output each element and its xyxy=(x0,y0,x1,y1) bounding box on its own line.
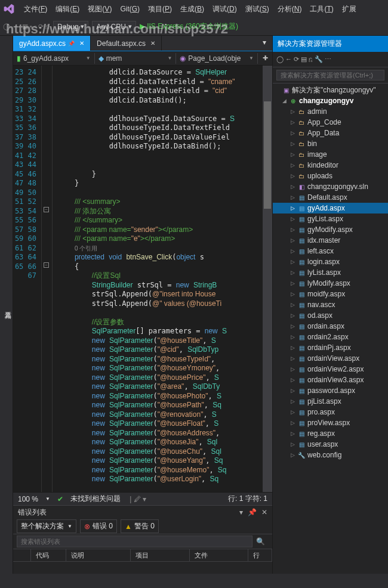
search-icon[interactable]: 🔍 xyxy=(252,537,269,546)
tree-row[interactable]: ◢⊕changzugongyv xyxy=(273,95,388,106)
explorer-toolbar[interactable]: ◯ ← ⟳ ▤ ⎌ 🔧 ⋯ xyxy=(273,52,388,67)
issues-text[interactable]: 未找到相关问题 xyxy=(70,494,121,504)
nav-bar: ▮6_gyAdd.aspx▼ ◆mem▼ ◉Page_Load(obje▼ ✚ xyxy=(13,51,272,66)
toolbar-icons[interactable]: ▦ ▪ ▫ ⟳ ⎌ xyxy=(22,23,50,30)
solution-tree[interactable]: ▣解决方案"changzugongyv"◢⊕changzugongyv▷🗀adm… xyxy=(273,83,388,574)
menu-item[interactable]: 调试(D) xyxy=(208,3,241,16)
zoom-level[interactable]: 100 % xyxy=(18,495,38,503)
error-list-panel: 错误列表 ▾📌✕ 整个解决方案▼ ⊗错误 0 ▲警告 0 🔍 代码说明项目文件行 xyxy=(13,505,272,574)
tree-row[interactable]: ▷▤lyList.aspx xyxy=(273,267,388,278)
config-combo[interactable]: Debug ▾ xyxy=(53,21,88,33)
run-button[interactable]: ▶ IIS Express (360安全浏览器) xyxy=(140,21,238,32)
tree-row[interactable]: ▷▤login.aspx xyxy=(273,256,388,267)
tree-row[interactable]: ▷▤gyList.aspx xyxy=(273,213,388,224)
tree-row[interactable]: ▷▤moidfy.aspx xyxy=(273,289,388,299)
menubar: 文件(F)编辑(E)视图(V)Git(G)项目(P)生成(B)调试(D)测试(S… xyxy=(20,2,361,16)
tree-row[interactable]: ▷🗀App_Code xyxy=(273,117,388,128)
nav-member-combo[interactable]: ◆mem▼ xyxy=(95,53,177,64)
toolbox-tab[interactable]: 工具箱 xyxy=(0,36,13,574)
menu-item[interactable]: 文件(F) xyxy=(20,3,51,16)
explorer-search-input[interactable] xyxy=(276,70,384,81)
solution-explorer: 解决方案资源管理器 ◯ ← ⟳ ▤ ⎌ 🔧 ⋯ ▣解决方案"changzugon… xyxy=(272,36,388,574)
document-tab[interactable]: gyAdd.aspx.cs📌✕ xyxy=(13,36,91,51)
menu-item[interactable]: 编辑(E) xyxy=(51,3,84,16)
cursor-position: 行: 1 字符: 1 xyxy=(228,494,267,504)
tree-row[interactable]: ▷▤user.aspx xyxy=(273,439,388,450)
tree-row[interactable]: ▷▤ordain2.aspx xyxy=(273,332,388,342)
tree-row[interactable]: ▷🔧web.config xyxy=(273,450,388,460)
tree-row[interactable]: ▷◧changzugongyv.sln xyxy=(273,181,388,192)
toolbar: ◯ ← ▦ ▪ ▫ ⟳ ⎌ Debug ▾ Any CPU ▾ ▶ IIS Ex… xyxy=(0,18,388,36)
scope-combo[interactable]: 整个解决方案▼ xyxy=(17,519,76,533)
fold-gutter[interactable]: −− xyxy=(42,66,53,492)
error-col-header[interactable]: 行 xyxy=(248,549,272,561)
tree-row[interactable]: ▷▤ordainPj.aspx xyxy=(273,342,388,353)
issues-ok-icon: ✔ xyxy=(57,495,63,503)
titlebar: 文件(F)编辑(E)视图(V)Git(G)项目(P)生成(B)调试(D)测试(S… xyxy=(0,0,388,18)
tree-row[interactable]: ▷🗀admin xyxy=(273,106,388,117)
tree-row[interactable]: ▷▤ordain.aspx xyxy=(273,321,388,332)
menu-item[interactable]: 工具(T) xyxy=(306,3,337,16)
tree-row[interactable]: ▷▤password.aspx xyxy=(273,385,388,396)
panel-pin-icon[interactable]: 📌 xyxy=(248,508,257,516)
tree-row[interactable]: ▷▤ordainView2.aspx xyxy=(273,364,388,375)
error-columns[interactable]: 代码说明项目文件行 xyxy=(13,549,272,562)
tree-row[interactable]: ▷▤gyModify.aspx xyxy=(273,224,388,235)
error-search-input[interactable] xyxy=(17,536,252,547)
tree-row[interactable]: ▷▤proView.aspx xyxy=(273,417,388,428)
tabs-overflow-icon[interactable]: ▾ xyxy=(259,36,270,51)
explorer-title: 解决方案资源管理器 xyxy=(273,36,388,52)
error-col-header[interactable]: 文件 xyxy=(190,549,249,561)
nav-scope-combo[interactable]: ▮6_gyAdd.aspx▼ xyxy=(13,53,95,64)
tree-row[interactable]: ▷🗀uploads xyxy=(273,171,388,181)
tree-row[interactable]: ▷▤idx.master xyxy=(273,235,388,246)
error-col-header[interactable]: 项目 xyxy=(131,549,190,561)
code-content[interactable]: ddlcid.DataSource = SqlHelper ddlcid.Dat… xyxy=(53,66,263,492)
tree-row[interactable]: ▷🗀bin xyxy=(273,138,388,149)
tree-row[interactable]: ▷▤ordainView3.aspx xyxy=(273,375,388,385)
panel-dropdown-icon[interactable]: ▾ xyxy=(239,508,243,516)
vs-logo-icon xyxy=(3,3,15,15)
split-button[interactable]: ✚ xyxy=(258,53,272,63)
editor-statusbar: 100 %▼ ✔ 未找到相关问题 | 🖉 ▾ 行: 1 字符: 1 xyxy=(13,492,272,505)
menu-item[interactable]: 测试(S) xyxy=(241,3,273,16)
tree-row[interactable]: ▷🗀kindeditor xyxy=(273,160,388,171)
menu-item[interactable]: 视图(V) xyxy=(84,3,116,16)
document-tabs: gyAdd.aspx.cs📌✕Default.aspx.cs✕ ▾ xyxy=(13,36,272,51)
tree-row[interactable]: ▷▤left.ascx xyxy=(273,246,388,256)
warnings-badge[interactable]: ▲警告 0 xyxy=(121,519,159,533)
error-col-header[interactable]: 代码 xyxy=(31,549,66,561)
menu-item[interactable]: 分析(N) xyxy=(273,3,306,16)
panel-close-icon[interactable]: ✕ xyxy=(261,508,267,516)
menu-item[interactable]: Git(G) xyxy=(116,4,144,14)
error-col-header[interactable]: 说明 xyxy=(66,549,131,561)
tree-row[interactable]: ▷▤od.aspx xyxy=(273,310,388,321)
nav-back-icon[interactable]: ◯ ← xyxy=(3,23,19,30)
errors-badge[interactable]: ⊗错误 0 xyxy=(80,519,117,533)
tree-row[interactable]: ▷🗀image xyxy=(273,149,388,160)
nav-method-combo[interactable]: ◉Page_Load(obje▼ xyxy=(176,53,258,64)
tree-row[interactable]: ▣解决方案"changzugongyv" xyxy=(273,85,388,95)
tree-row[interactable]: ▷▤reg.aspx xyxy=(273,428,388,439)
code-editor[interactable]: 23 24 25 26 27 28 29 30 31 32 33 34 35 3… xyxy=(13,66,272,492)
tree-row[interactable]: ▷▤Default.aspx xyxy=(273,192,388,203)
scrollbar-vertical[interactable] xyxy=(263,66,272,492)
menu-item[interactable]: 生成(B) xyxy=(176,3,208,16)
tree-row[interactable]: ▷🗀App_Data xyxy=(273,128,388,138)
tree-row[interactable]: ▷▤pjList.aspx xyxy=(273,396,388,407)
document-tab[interactable]: Default.aspx.cs✕ xyxy=(91,36,162,51)
line-numbers: 23 24 25 26 27 28 29 30 31 32 33 34 35 3… xyxy=(13,66,42,492)
error-list-title: 错误列表 xyxy=(18,507,47,518)
tree-row[interactable]: ▷▤lyModify.aspx xyxy=(273,278,388,289)
menu-item[interactable]: 扩展 xyxy=(338,3,361,16)
tree-row[interactable]: ▷▤nav.ascx xyxy=(273,299,388,310)
menu-item[interactable]: 项目(P) xyxy=(144,3,176,16)
editor-zone: gyAdd.aspx.cs📌✕Default.aspx.cs✕ ▾ ▮6_gyA… xyxy=(13,36,272,574)
tree-row[interactable]: ▷▤gyAdd.aspx xyxy=(273,203,388,213)
error-col-header[interactable] xyxy=(13,549,31,561)
tree-row[interactable]: ▷▤pro.aspx xyxy=(273,407,388,417)
tree-row[interactable]: ▷▤ordainView.aspx xyxy=(273,353,388,364)
platform-combo[interactable]: Any CPU ▾ xyxy=(92,21,136,33)
